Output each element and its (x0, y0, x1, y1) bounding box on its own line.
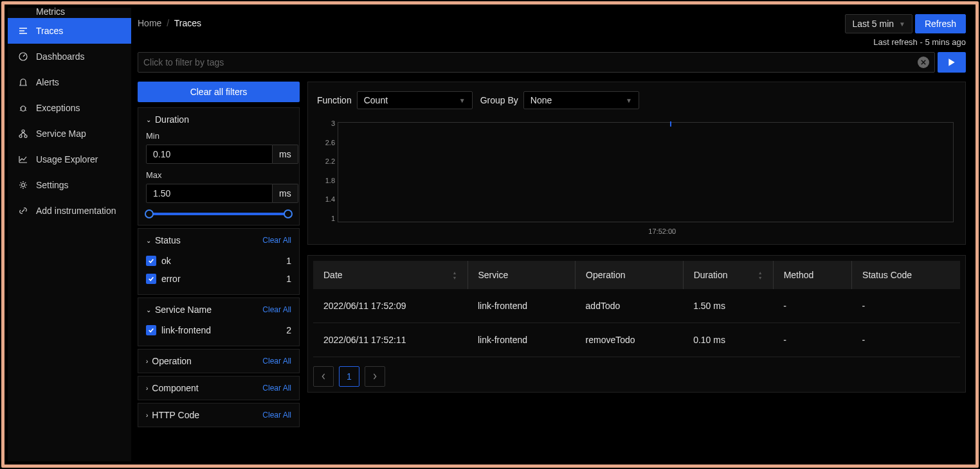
sidebar-item-add-instrumentation[interactable]: Add instrumentation (8, 198, 131, 224)
unit-label: ms (273, 145, 298, 164)
cell-date: 2022/06/11 17:52:11 (313, 323, 467, 357)
filter-header-http-code[interactable]: › HTTP Code Clear All (146, 410, 291, 420)
last-refresh-text: Last refresh - 5 mins ago (873, 37, 966, 47)
clear-tags-button[interactable] (918, 57, 929, 68)
sidebar-item-label: Service Map (36, 128, 86, 139)
y-axis: 3 2.6 2.2 1.8 1.4 1 (317, 119, 335, 222)
tag-filter-input[interactable] (143, 57, 918, 67)
checkbox-error[interactable] (146, 274, 156, 284)
filter-section-component: › Component Clear All (138, 376, 300, 400)
groupby-select[interactable]: None ▼ (523, 91, 639, 109)
sidebar-item-metrics[interactable]: Metrics (8, 8, 131, 18)
function-select[interactable]: Count ▼ (357, 91, 473, 109)
clear-all-filters-button[interactable]: Clear all filters (138, 82, 300, 102)
groupby-value: None (531, 95, 552, 105)
sidebar-item-alerts[interactable]: Alerts (8, 69, 131, 95)
checkbox-link-frontend[interactable] (146, 325, 156, 335)
slider-handle-max[interactable] (284, 209, 293, 218)
breadcrumb-current: Traces (174, 18, 201, 28)
th-duration[interactable]: Duration ▲▼ (683, 261, 773, 289)
time-range-select[interactable]: Last 5 min ▼ (845, 14, 912, 33)
checkbox-ok[interactable] (146, 256, 156, 266)
cell-method: - (773, 289, 851, 323)
svg-point-10 (19, 135, 22, 137)
chevron-down-icon: ⌄ (146, 116, 151, 123)
checkbox-row-error[interactable]: error 1 (146, 270, 291, 288)
function-label: Function (317, 95, 352, 105)
col-label: Service (478, 270, 509, 280)
run-filter-button[interactable] (938, 52, 966, 73)
sidebar-item-exceptions[interactable]: Exceptions (8, 95, 131, 121)
chart-plot[interactable] (338, 122, 954, 222)
chevron-down-icon: ▼ (626, 97, 632, 104)
y-tick: 3 (317, 119, 335, 127)
sidebar-item-service-map[interactable]: Service Map (8, 121, 131, 146)
sidebar-item-traces[interactable]: Traces (8, 18, 131, 44)
table-row[interactable]: 2022/06/11 17:52:11 link-frontend remove… (313, 323, 960, 357)
sidebar-item-label: Settings (36, 180, 69, 190)
sidebar-item-label: Traces (36, 26, 63, 36)
clear-all-link[interactable]: Clear All (262, 411, 291, 420)
filter-header-component[interactable]: › Component Clear All (146, 383, 291, 393)
chevron-right-icon: › (146, 385, 148, 392)
clear-all-link[interactable]: Clear All (262, 384, 291, 393)
right-content: Function Count ▼ Group By None ▼ (307, 82, 966, 461)
chevron-right-icon: › (146, 358, 148, 365)
col-label: Method (784, 270, 814, 280)
clear-all-link[interactable]: Clear All (262, 305, 291, 314)
max-label: Max (146, 170, 291, 180)
filter-header-operation[interactable]: › Operation Clear All (146, 356, 291, 366)
sidebar-item-dashboards[interactable]: Dashboards (8, 44, 131, 69)
cell-date: 2022/06/11 17:52:09 (313, 289, 467, 323)
th-method[interactable]: Method (773, 261, 851, 289)
cell-operation: addTodo (576, 289, 684, 323)
sort-icon: ▲▼ (453, 270, 457, 280)
duration-max-input[interactable] (146, 184, 273, 203)
filter-header-service-name[interactable]: ⌄ Service Name Clear All (146, 305, 291, 315)
filter-title: HTTP Code (152, 410, 199, 420)
menu-icon (18, 26, 28, 36)
duration-slider[interactable] (147, 209, 290, 218)
refresh-button[interactable]: Refresh (915, 14, 966, 33)
duration-min-input[interactable] (146, 145, 273, 164)
y-tick: 1.4 (317, 195, 335, 203)
clear-all-link[interactable]: Clear All (262, 357, 291, 366)
main-content: Home / Traces Last 5 min ▼ Refresh Last … (131, 8, 972, 461)
sidebar-item-usage-explorer[interactable]: Usage Explorer (8, 146, 131, 172)
cell-service: link-frontend (467, 323, 576, 357)
sidebar-item-settings[interactable]: Settings (8, 172, 131, 198)
cell-status-code: - (852, 323, 960, 357)
th-service[interactable]: Service (467, 261, 576, 289)
col-label: Date (323, 270, 343, 280)
x-tick: 17:52:00 (648, 227, 676, 235)
sidebar: Metrics Traces Dashboards Alerts Excepti… (8, 8, 131, 461)
filter-header-duration[interactable]: ⌄ Duration (146, 114, 291, 125)
chart-area: 3 2.6 2.2 1.8 1.4 1 17:52:00 (317, 119, 956, 235)
pagination: 1 (313, 366, 960, 387)
checkbox-row-ok[interactable]: ok 1 (146, 252, 291, 270)
filter-header-status[interactable]: ⌄ Status Clear All (146, 235, 291, 245)
th-status-code[interactable]: Status Code (852, 261, 960, 289)
col-label: Status Code (862, 270, 912, 280)
svg-point-14 (22, 184, 25, 187)
th-operation[interactable]: Operation (576, 261, 684, 289)
chevron-down-icon: ⌄ (146, 306, 151, 314)
th-date[interactable]: Date ▲▼ (313, 261, 467, 289)
sidebar-item-label: Add instrumentation (36, 206, 116, 216)
checkbox-count: 2 (286, 325, 291, 335)
cell-operation: removeTodo (576, 323, 684, 357)
sidebar-item-label: Dashboards (36, 51, 85, 62)
page-prev-button[interactable] (313, 366, 334, 387)
breadcrumb-home[interactable]: Home (138, 18, 161, 28)
page-number-button[interactable]: 1 (339, 366, 359, 387)
filters-panel: Clear all filters ⌄ Duration Min ms (138, 82, 300, 461)
slider-handle-min[interactable] (145, 209, 154, 218)
checkbox-row-link-frontend[interactable]: link-frontend 2 (146, 321, 291, 339)
clear-all-link[interactable]: Clear All (262, 236, 291, 245)
svg-line-7 (20, 110, 21, 111)
page-next-button[interactable] (365, 366, 385, 387)
filter-section-operation: › Operation Clear All (138, 349, 300, 373)
table-row[interactable]: 2022/06/11 17:52:09 link-frontend addTod… (313, 289, 960, 323)
sidebar-item-label: Exceptions (36, 103, 80, 113)
y-tick: 2.2 (317, 157, 335, 165)
